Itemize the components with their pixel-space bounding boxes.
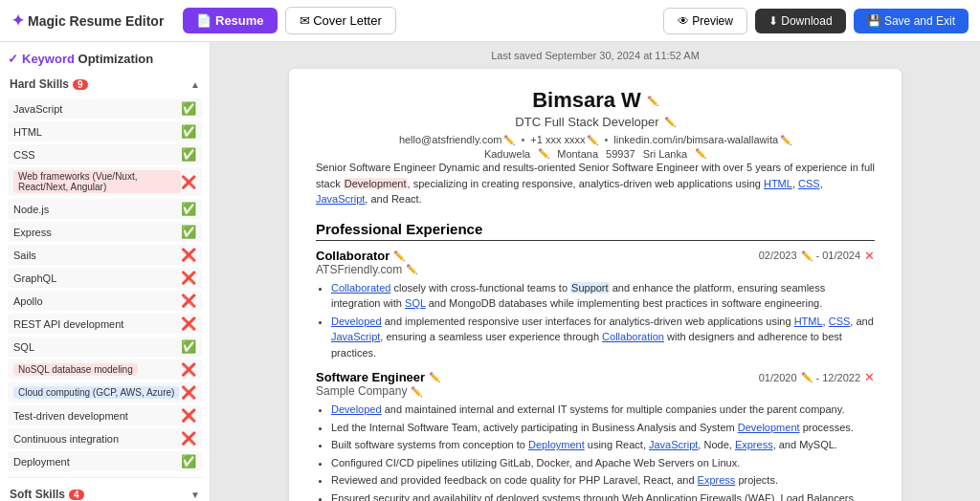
job-collaborator-bullets: Collaborated closely with cross-function… [316, 280, 875, 361]
job-software-engineer: Software Engineer ✏️ 01/2020 ✏️ - 12/202… [316, 370, 875, 501]
job-software-engineer-title: Software Engineer ✏️ [316, 370, 440, 384]
keyword-check-icon: ✅ [181, 339, 196, 354]
keyword-item-javascript: JavaScript ✅ [8, 98, 202, 119]
linkedin-edit-icon[interactable]: ✏️ [780, 135, 791, 145]
keyword-item-apollo: Apollo ❌ [8, 291, 202, 311]
keyword-check-icon: ✅ [181, 124, 196, 139]
main-layout: ✓ Keyword Optimization Hard Skills 9 ▲ J… [0, 42, 980, 501]
cover-letter-tab[interactable]: ✉ Cover Letter [285, 7, 396, 34]
brand-logo: ✦ Magic Resume Editor [11, 11, 164, 30]
job-software-engineer-header: Software Engineer ✏️ 01/2020 ✏️ - 12/202… [316, 370, 875, 384]
keyword-item-deployment: Deployment ✅ [8, 451, 202, 471]
keyword-item-cloud: Cloud computing (GCP, AWS, Azure) ❌ [8, 382, 202, 403]
brand-label: Magic Resume Editor [28, 13, 164, 29]
hard-skills-section-header[interactable]: Hard Skills 9 ▲ [8, 74, 202, 95]
sidebar-check-icon: ✓ [8, 52, 18, 66]
keyword-x-icon: ❌ [181, 362, 196, 377]
topbar: ✦ Magic Resume Editor 📄 Resume ✉ Cover L… [0, 0, 980, 42]
experience-section-title: Professional Experience [316, 221, 875, 241]
hard-skills-chevron-icon: ▲ [190, 79, 200, 90]
keyword-item-sails: Sails ❌ [8, 245, 202, 265]
keyword-check-icon: ✅ [181, 202, 196, 216]
keyword-x-icon: ❌ [181, 175, 196, 189]
keyword-item-express: Express ✅ [8, 222, 202, 242]
city-edit-icon[interactable]: ✏️ [538, 148, 549, 160]
state: Montana [557, 148, 598, 160]
country: Sri Lanka [643, 148, 687, 160]
sidebar-title: ✓ Keyword Optimization [8, 52, 202, 66]
bullet-item: Reviewed and provided feedback on code q… [331, 472, 875, 489]
job-collaborator: Collaborator ✏️ 02/2023 ✏️ - 01/2024 ✕ A… [316, 249, 875, 361]
keyword-item-tdd: Test-driven development ❌ [8, 405, 202, 425]
hard-skills-label: Hard Skills 9 [10, 77, 88, 91]
se-company-edit-icon[interactable]: ✏️ [411, 386, 422, 397]
job-collaborator-dates: 02/2023 ✏️ - 01/2024 ✕ [759, 249, 875, 263]
content-area: Last saved September 30, 2024 at 11:52 A… [211, 42, 980, 501]
resume-name: Bimsara W ✏️ [316, 88, 875, 113]
keyword-item-sql: SQL ✅ [8, 337, 202, 357]
contact-phone: +1 xxx xxxx ✏️ [530, 134, 598, 145]
job-software-engineer-dates: 01/2020 ✏️ - 12/2022 ✕ [759, 370, 875, 384]
soft-skills-label: Soft Skills 4 [10, 488, 84, 501]
resume-tab[interactable]: 📄 Resume [183, 8, 277, 33]
bullet-item: Developed and maintained internal and ex… [331, 402, 875, 418]
keyword-check-icon: ✅ [181, 454, 196, 468]
city: Kaduwela [484, 148, 530, 160]
se-edit-icon[interactable]: ✏️ [429, 372, 440, 382]
sidebar: ✓ Keyword Optimization Hard Skills 9 ▲ J… [0, 42, 211, 501]
sidebar-keyword-label: Keyword Optimization [22, 52, 153, 66]
collaborator-edit-icon[interactable]: ✏️ [393, 250, 405, 261]
preview-button[interactable]: 👁 Preview [663, 8, 747, 34]
job-software-engineer-bullets: Developed and maintained internal and ex… [316, 402, 875, 501]
keyword-item-nodejs: Node.js ✅ [8, 199, 202, 219]
keyword-item-html: HTML ✅ [8, 121, 202, 142]
soft-skills-section-header[interactable]: Soft Skills 4 ▼ [8, 484, 202, 501]
keyword-check-icon: ✅ [181, 225, 196, 239]
keyword-item-nosql: NoSQL database modeling ❌ [8, 359, 202, 380]
keyword-x-icon: ❌ [181, 408, 196, 423]
keyword-item-graphql: GraphQL ❌ [8, 268, 202, 288]
resume-card: Bimsara W ✏️ DTC Full Stack Developer ✏️… [289, 69, 902, 501]
keyword-x-icon: ❌ [181, 248, 196, 262]
resume-job-title: DTC Full Stack Developer ✏️ [316, 115, 875, 129]
bullet-item: Ensured security and availability of dep… [331, 490, 875, 502]
collaborator-delete-button[interactable]: ✕ [864, 249, 875, 263]
bullet-item: Configured CI/CD pipelines utilizing Git… [331, 455, 875, 471]
keyword-item-webframeworks: Web frameworks (Vue/Nuxt, React/Next, An… [8, 167, 202, 196]
keyword-check-icon: ✅ [181, 147, 196, 162]
keyword-x-icon: ❌ [181, 294, 196, 308]
hard-skills-badge: 9 [73, 79, 88, 90]
se-dates-edit-icon[interactable]: ✏️ [801, 372, 813, 382]
keyword-check-icon: ✅ [181, 101, 196, 116]
keyword-item-rest-api: REST API development ❌ [8, 314, 202, 334]
hard-skills-keyword-list: JavaScript ✅ HTML ✅ CSS ✅ Web frameworks… [8, 98, 202, 471]
job-software-engineer-company: Sample Company ✏️ [316, 384, 875, 398]
name-edit-icon[interactable]: ✏️ [647, 96, 658, 106]
download-button[interactable]: ⬇ Download [755, 9, 846, 33]
job-collaborator-header: Collaborator ✏️ 02/2023 ✏️ - 01/2024 ✕ [316, 249, 875, 263]
bullet-item: Collaborated closely with cross-function… [331, 280, 875, 312]
save-timestamp: Last saved September 30, 2024 at 11:52 A… [226, 50, 965, 61]
company-edit-icon[interactable]: ✏️ [406, 264, 417, 274]
summary-text: Senior Software Engineer Dynamic and res… [316, 160, 875, 207]
location-row: Kaduwela ✏️ Montana 59937 Sri Lanka ✏️ [316, 148, 875, 160]
keyword-item-css: CSS ✅ [8, 144, 202, 164]
bullet-item: Developed and implemented responsive use… [331, 314, 875, 361]
bullet-item: Led the Internal Software Team, actively… [331, 420, 875, 436]
title-edit-icon[interactable]: ✏️ [664, 117, 676, 127]
phone-edit-icon[interactable]: ✏️ [587, 135, 598, 145]
contact-linkedin: linkedin.com/in/bimsara-walallawita ✏️ [613, 134, 791, 145]
email-edit-icon[interactable]: ✏️ [503, 135, 515, 145]
dates-edit-icon[interactable]: ✏️ [801, 250, 813, 261]
keyword-item-ci: Continuous integration ❌ [8, 428, 202, 448]
contact-row: hello@atsfriendly.com ✏️ • +1 xxx xxxx ✏… [316, 134, 875, 145]
save-exit-button[interactable]: 💾 Save and Exit [854, 9, 969, 33]
bullet-item: Built software systems from conception t… [331, 437, 875, 453]
job-collaborator-company: ATSFriendly.com ✏️ [316, 263, 875, 276]
zip: 59937 [606, 148, 635, 160]
country-edit-icon[interactable]: ✏️ [695, 148, 706, 160]
keyword-x-icon: ❌ [181, 431, 196, 446]
se-delete-button[interactable]: ✕ [864, 370, 875, 384]
contact-email: hello@atsfriendly.com ✏️ [399, 134, 516, 145]
keyword-x-icon: ❌ [181, 385, 196, 400]
